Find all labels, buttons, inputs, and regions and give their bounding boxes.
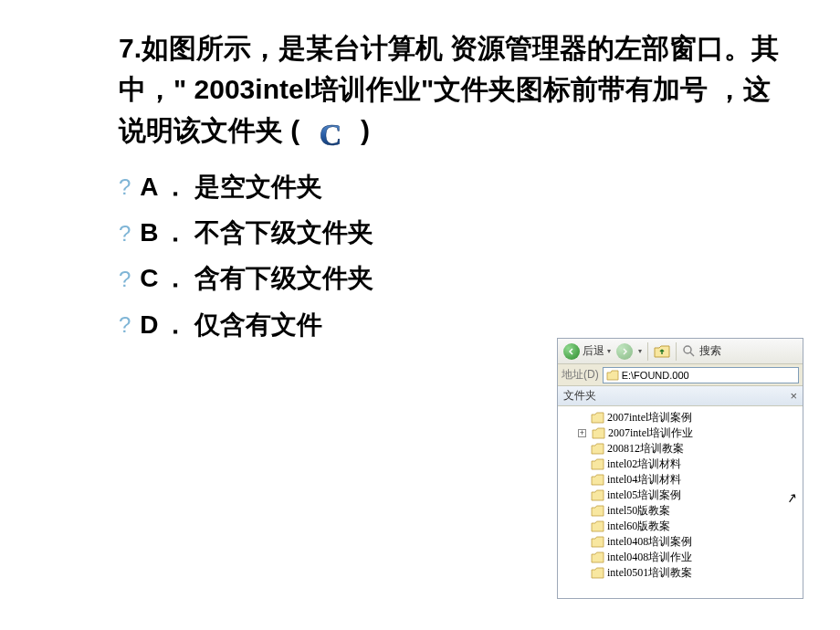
tree-item[interactable]: intel0408培训作业 <box>560 550 801 565</box>
back-button[interactable]: 后退 ▾ <box>563 343 611 360</box>
option-b: ? B ． 不含下级文件夹 <box>119 210 785 256</box>
folder-icon <box>591 567 604 579</box>
address-bar: 地址(D) E:\FOUND.000 <box>558 364 803 386</box>
address-label: 地址(D) <box>562 367 599 383</box>
search-icon <box>682 344 697 359</box>
cursor-icon: ↖ <box>785 489 799 506</box>
folder-icon <box>591 551 604 563</box>
dropdown-icon: ▾ <box>607 347 611 355</box>
answer-letter: C <box>313 112 348 153</box>
folder-icon <box>592 427 605 439</box>
bullet-icon: ? <box>119 214 131 253</box>
tree-item-label: 2007intel培训作业 <box>608 425 693 441</box>
tree-item-label: intel04培训材料 <box>607 472 681 488</box>
back-icon <box>563 343 580 360</box>
slide: 7.如图所示，是某台计算机 资源管理器的左部窗口。其中，" 2003intel培… <box>0 0 840 630</box>
tree-item[interactable]: intel0501培训教案 <box>560 565 801 581</box>
folder-tree[interactable]: 2007intel培训案例+2007intel培训作业200812培训教案int… <box>558 406 803 598</box>
folder-icon <box>591 520 604 532</box>
options-list: ? A ． 是空文件夹 ? B ． 不含下级文件夹 ? C ． 含有下级文件夹 … <box>119 164 785 349</box>
tree-item-label: intel0501培训教案 <box>607 565 692 581</box>
tree-item-label: intel0408培训作业 <box>607 550 692 565</box>
separator <box>647 342 648 361</box>
search-button[interactable]: 搜索 <box>682 343 721 359</box>
option-a: ? A ． 是空文件夹 <box>119 164 785 210</box>
expander-plus-icon[interactable]: + <box>578 429 586 437</box>
tree-header-label: 文件夹 <box>563 388 596 404</box>
tree-header: 文件夹 × <box>558 386 803 406</box>
tree-item-label: intel0408培训案例 <box>607 534 692 550</box>
tree-item-label: 200812培训教案 <box>607 441 684 457</box>
tree-item[interactable]: intel02培训材料 <box>560 457 801 472</box>
svg-line-2 <box>690 352 694 356</box>
bullet-icon: ? <box>119 167 131 206</box>
tree-item-label: intel02培训材料 <box>607 457 681 472</box>
tree-item-label: 2007intel培训案例 <box>607 410 692 425</box>
address-field[interactable]: E:\FOUND.000 <box>603 367 799 383</box>
svg-point-1 <box>684 346 691 353</box>
explorer-toolbar: 后退 ▾ ▾ 搜索 <box>558 339 803 364</box>
folder-icon <box>591 536 604 548</box>
folder-icon <box>591 458 604 470</box>
address-text: E:\FOUND.000 <box>622 370 689 381</box>
tree-item[interactable]: intel04培训材料 <box>560 472 801 488</box>
question-text: 7.如图所示，是某台计算机 资源管理器的左部窗口。其中，" 2003intel培… <box>119 27 785 153</box>
tree-item[interactable]: intel0408培训案例 <box>560 534 801 550</box>
bullet-icon: ? <box>119 259 131 299</box>
tree-item[interactable]: 2007intel培训案例 <box>560 410 801 425</box>
folder-icon <box>606 370 619 381</box>
tree-item[interactable]: +2007intel培训作业 <box>560 425 801 441</box>
folder-up-button[interactable] <box>654 344 670 359</box>
bullet-icon: ? <box>119 305 131 344</box>
folder-icon <box>591 474 604 486</box>
tree-item[interactable]: intel05培训案例 <box>560 488 801 503</box>
tree-item-label: intel50版教案 <box>607 503 670 519</box>
folder-icon <box>591 505 604 517</box>
tree-item-label: intel05培训案例 <box>607 488 681 503</box>
close-icon[interactable]: × <box>790 389 797 403</box>
folder-icon <box>591 443 604 455</box>
separator <box>676 342 677 361</box>
option-c: ? C ． 含有下级文件夹 <box>119 256 785 301</box>
tree-item[interactable]: intel60版教案 <box>560 519 801 534</box>
tree-item[interactable]: 200812培训教案 <box>560 441 801 457</box>
tree-item-label: intel60版教案 <box>607 519 670 534</box>
forward-button[interactable] <box>616 343 633 360</box>
svg-text:C: C <box>319 118 341 152</box>
folder-icon <box>591 412 604 424</box>
question-prefix: 7.如图所示，是某台计算机 资源管理器的左部窗口。其中，" 2003intel培… <box>119 33 779 145</box>
question-suffix: ) <box>361 115 370 145</box>
dropdown-icon: ▾ <box>638 347 642 355</box>
explorer-panel: 后退 ▾ ▾ 搜索 地址(D) <box>557 338 803 599</box>
tree-item[interactable]: intel50版教案 <box>560 503 801 519</box>
folder-icon <box>591 489 604 501</box>
